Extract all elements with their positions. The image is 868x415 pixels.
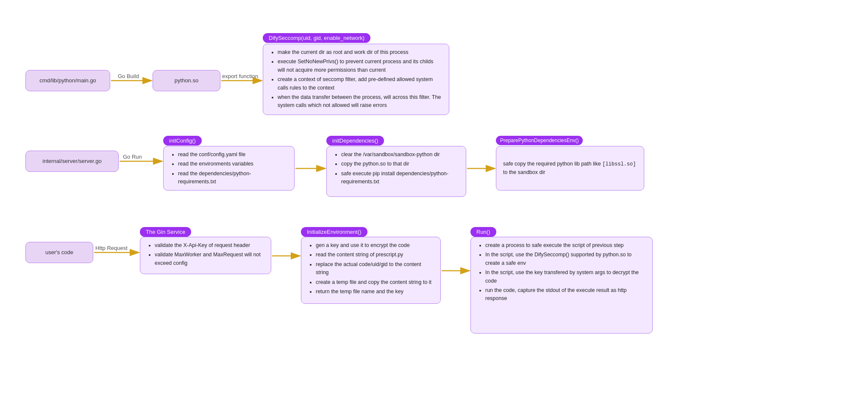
title-init-config: initConfig(): [163, 136, 202, 146]
list-item: read the environments variables: [178, 160, 287, 168]
arrow-label-go-run: Go Run: [123, 154, 142, 160]
detail-box-row2-init-dependencies: clear the /var/sandbox/sandbox-python di…: [326, 146, 466, 197]
list-item: create a temp file and copy the content …: [316, 278, 434, 286]
detail-list-row2-2: clear the /var/sandbox/sandbox-python di…: [334, 151, 459, 186]
source-label-row3: user's code: [45, 248, 73, 257]
list-item: return the temp file name and the key: [316, 288, 434, 296]
list-item: create a process to safe execute the scr…: [485, 241, 645, 250]
title-run: Run(): [470, 227, 496, 237]
detail-box-row3-run: create a process to safe execute the scr…: [470, 237, 653, 334]
arrow-label-go-build: Go Build: [118, 73, 139, 79]
detail-box-row3-init-env: gen a key and use it to encrypt the code…: [301, 237, 441, 304]
detail-box-row3-gin: validate the X-Api-Key of request header…: [140, 237, 271, 274]
list-item: create a context of seccomp filter, add …: [278, 76, 442, 92]
middle-node-python-so: python.so: [153, 70, 220, 91]
detail-box-row2-init-config: read the conf/config.yaml file read the …: [163, 146, 295, 191]
list-item: gen a key and use it to encrypt the code: [316, 241, 434, 250]
title-dify-seccomp: DifySeccomp(uid, gid, enable_network): [263, 33, 370, 43]
arrow-label-export-function: export function: [222, 73, 258, 79]
list-item: when the data transfer between the proce…: [278, 93, 442, 110]
list-item: In the script, use the DifySeccomp() sup…: [485, 251, 645, 267]
list-item: make the current dir as root and work di…: [278, 48, 442, 56]
list-item: read the content string of prescript.py: [316, 251, 434, 259]
list-item: clear the /var/sandbox/sandbox-python di…: [341, 151, 459, 159]
title-gin-service: The Gin Service: [140, 227, 191, 237]
python-so-label: python.so: [175, 76, 198, 85]
list-item: validate MaxWorker and MaxRequest will n…: [155, 251, 264, 267]
source-label-row2: internal/server/server.go: [42, 157, 101, 165]
detail-list-row2-1: read the conf/config.yaml file read the …: [170, 151, 287, 186]
source-node-row2: internal/server/server.go: [25, 151, 119, 172]
list-item: replace the actual code/uid/gid to the c…: [316, 261, 434, 277]
source-node-row3: user's code: [25, 242, 93, 263]
source-label-row1: cmd/lib/python/main.go: [39, 76, 96, 85]
detail-box-row2-prepare-python: safe copy the required python lib path l…: [496, 146, 644, 191]
title-init-environment: InitializeEnvironment(): [301, 227, 367, 237]
detail-list-row3-2: gen a key and use it to encrypt the code…: [308, 241, 434, 296]
list-item: validate the X-Api-Key of request header: [155, 241, 264, 250]
list-item: safe execute pip install dependencies/py…: [341, 170, 459, 186]
detail-text-row2-3: safe copy the required python lib path l…: [503, 160, 637, 177]
detail-list-row3-1: validate the X-Api-Key of request header…: [147, 241, 264, 267]
list-item: run the code, capture the stdout of the …: [485, 286, 645, 303]
list-item: execute SetNoNewPrivs() to prevent curre…: [278, 58, 442, 74]
list-item: In the script, use the key transfered by…: [485, 269, 645, 285]
list-item: copy the python.so to that dir: [341, 160, 459, 168]
list-item: read the conf/config.yaml file: [178, 151, 287, 159]
list-item: read the dependencies/python-requirement…: [178, 170, 287, 186]
title-init-dependencies: initDependencies(): [326, 136, 384, 146]
title-prepare-python: PreparePythonDependenciesEnv(): [496, 136, 583, 145]
detail-list-row3-3: create a process to safe execute the scr…: [478, 241, 645, 303]
detail-box-row1: make the current dir as root and work di…: [263, 44, 449, 115]
detail-list-row1: make the current dir as root and work di…: [270, 48, 442, 110]
arrow-label-http-request: Http Request: [95, 245, 128, 251]
diagram: cmd/lib/python/main.go Go Build python.s…: [0, 0, 868, 415]
source-node-row1: cmd/lib/python/main.go: [25, 70, 110, 91]
